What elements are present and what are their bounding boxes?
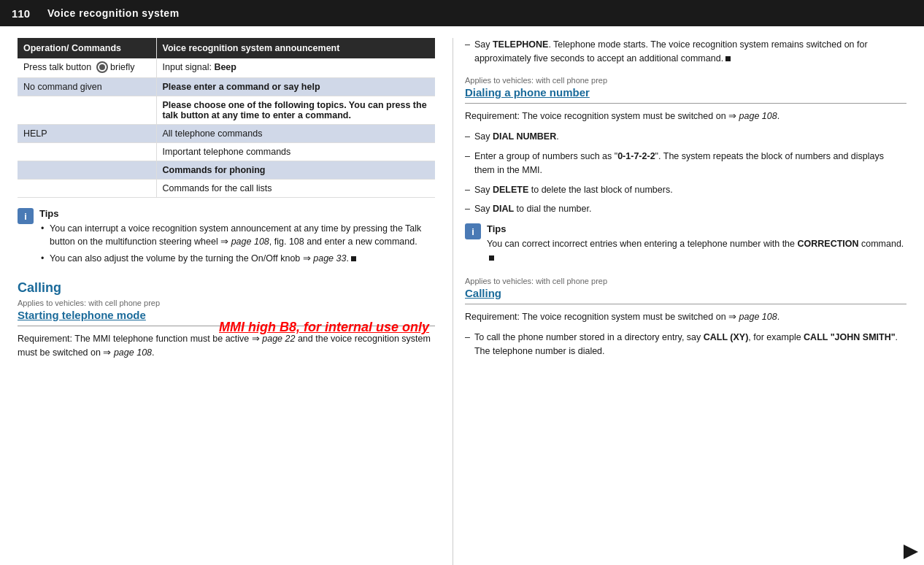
table-row: Press talk button briefly Input signal: … [18, 58, 435, 78]
content-area: Operation/ Commands Voice recognition sy… [0, 26, 924, 565]
table-row: Commands for phoning [18, 161, 435, 180]
calling-heading: Calling [18, 280, 435, 296]
calling2-requirement: Requirement: The voice recognition syste… [465, 310, 906, 324]
tips-title-left: Tips [39, 208, 435, 219]
page-number: 110 [12, 7, 30, 20]
table-row: Commands for the call lists [18, 180, 435, 198]
info-icon-left: i [18, 208, 34, 224]
dash-item-call: – To call the phone number stored in a d… [465, 331, 906, 358]
table-cell-op [18, 180, 156, 198]
dialing-applies: Applies to vehicles: with cell phone pre… [465, 76, 906, 85]
table-cell-announce: Please enter a command or say help [156, 78, 435, 96]
dash-text: Say DIAL to dial the number. [474, 202, 592, 216]
table-cell-op [18, 96, 156, 125]
info-icon-right: i [465, 223, 481, 239]
table-row: No command given Please enter a command … [18, 78, 435, 96]
table-row: HELP All telephone commands [18, 125, 435, 143]
tips-list-left: You can interrupt a voice recognition sy… [39, 222, 435, 265]
dash-item-dial: – Say DIAL to dial the number. [465, 202, 906, 216]
tips-content-left: Tips You can interrupt a voice recogniti… [39, 208, 435, 269]
table-cell-announce: Please choose one of the following topic… [156, 96, 435, 125]
starting-telephone-sub-heading: Starting telephone mode [18, 309, 435, 321]
end-marker [351, 256, 356, 261]
end-marker [725, 56, 731, 61]
table-cell-announce: Important telephone commands [156, 143, 435, 161]
divider2 [465, 103, 906, 104]
table-header-col2: Voice recognition system announcement [156, 38, 435, 58]
calling-requirement: Requirement: The MMI telephone function … [18, 332, 435, 360]
table-cell-announce: Input signal: Beep [156, 58, 435, 78]
table-row: Important telephone commands [18, 143, 435, 161]
talk-button-icon [96, 61, 108, 73]
dash-symbol: – [465, 183, 470, 197]
right-column: – Say TELEPHONE. Telephone mode starts. … [453, 38, 924, 565]
calling-applies: Applies to vehicles: with cell phone pre… [18, 299, 435, 307]
dash-symbol: – [465, 38, 470, 66]
tip-item: You can interrupt a voice recognition sy… [39, 222, 435, 248]
table-cell-op: No command given [18, 78, 156, 96]
table-cell-op [18, 143, 156, 161]
tips-title-right: Tips [487, 223, 906, 234]
calling2-sub-heading: Calling [465, 287, 906, 299]
tips-box-right: i Tips You can correct incorrect entries… [465, 223, 906, 265]
dash-text: Say DELETE to delete the last block of n… [474, 183, 673, 197]
end-marker2 [489, 255, 494, 261]
calling2-applies: Applies to vehicles: with cell phone pre… [465, 277, 906, 285]
dash-item-enter-numbers: – Enter a group of numbers such as "0-1-… [465, 150, 906, 177]
dash-symbol: – [465, 331, 470, 358]
table-cell-op: Press talk button briefly [18, 58, 156, 78]
press-talk-label: Press talk button [23, 62, 94, 72]
table-cell-op [18, 161, 156, 180]
table-cell-announce: Commands for the call lists [156, 180, 435, 198]
header-bar: 110 Voice recognition system [0, 0, 924, 26]
dash-symbol: – [465, 130, 470, 144]
tip-item: You can also adjust the volume by the tu… [39, 252, 435, 265]
dash-item-telephone: – Say TELEPHONE. Telephone mode starts. … [465, 38, 906, 66]
dash-text: Say TELEPHONE. Telephone mode starts. Th… [474, 38, 906, 66]
tips-text-right: You can correct incorrect entries when e… [487, 237, 906, 265]
table-cell-announce: Commands for phoning [156, 161, 435, 180]
dash-symbol: – [465, 202, 470, 216]
table-cell-announce: All telephone commands [156, 125, 435, 143]
page-title: Voice recognition system [47, 7, 180, 19]
commands-table: Operation/ Commands Voice recognition sy… [18, 38, 435, 198]
dash-item-delete: – Say DELETE to delete the last block of… [465, 183, 906, 197]
table-cell-op: HELP [18, 125, 156, 143]
table-header-col1: Operation/ Commands [18, 38, 156, 58]
dash-item-dial-number: – Say DIAL NUMBER. [465, 130, 906, 144]
table-row: Please choose one of the following topic… [18, 96, 435, 125]
divider3 [465, 304, 906, 304]
tips-content-right: Tips You can correct incorrect entries w… [487, 223, 906, 265]
briefly-label: briefly [110, 62, 134, 72]
dash-symbol: – [465, 150, 470, 177]
left-column: Operation/ Commands Voice recognition sy… [0, 38, 453, 565]
dialing-requirement: Requirement: The voice recognition syste… [465, 109, 906, 123]
tips-box-left: i Tips You can interrupt a voice recogni… [18, 208, 435, 269]
dash-text: To call the phone number stored in a dir… [474, 331, 906, 358]
dash-text: Say DIAL NUMBER. [474, 130, 559, 144]
divider [18, 326, 435, 326]
dialing-sub-heading: Dialing a phone number [465, 86, 906, 99]
dash-text: Enter a group of numbers such as "0-1-7-… [474, 150, 906, 177]
